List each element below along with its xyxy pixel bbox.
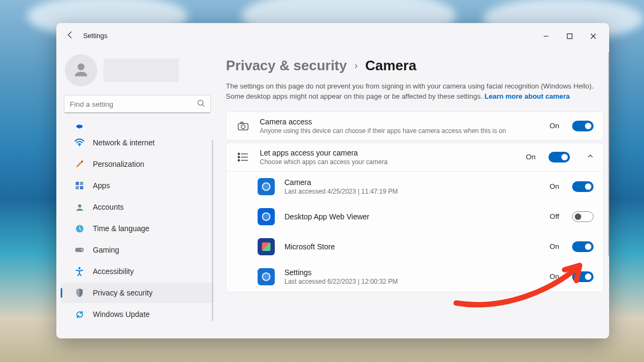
app-icon xyxy=(258,238,275,255)
accounts-icon xyxy=(75,202,84,212)
app-sub: Last accessed 4/25/2023 | 11:47:19 PM xyxy=(284,188,540,195)
page-title: Camera xyxy=(365,57,416,74)
camera-icon xyxy=(236,119,250,133)
svg-point-11 xyxy=(82,250,83,251)
app-icon xyxy=(258,208,275,225)
update-icon xyxy=(75,309,84,319)
sidebar-item-time[interactable]: Time & language xyxy=(61,218,214,239)
toggle-state: On xyxy=(550,122,559,130)
minimize-button[interactable] xyxy=(534,27,558,45)
profile-block[interactable] xyxy=(56,52,218,95)
sidebar-item-personalization[interactable]: Personalization xyxy=(61,154,214,174)
let-apps-toggle[interactable] xyxy=(548,152,570,162)
maximize-button[interactable] xyxy=(558,27,581,45)
breadcrumb-parent[interactable]: Privacy & security xyxy=(226,57,347,74)
svg-point-17 xyxy=(238,156,240,158)
app-row-camera[interactable]: CameraLast accessed 4/25/2023 | 11:47:19… xyxy=(226,172,603,202)
svg-point-12 xyxy=(78,267,80,269)
brush-icon xyxy=(75,159,84,169)
svg-rect-5 xyxy=(76,186,79,189)
gaming-icon xyxy=(75,245,84,255)
svg-rect-4 xyxy=(80,182,83,185)
app-name: Microsoft Store xyxy=(284,242,540,251)
sidebar-item-gaming[interactable]: Gaming xyxy=(61,240,214,260)
app-toggle[interactable] xyxy=(572,211,594,222)
svg-point-2 xyxy=(79,145,80,146)
wifi-icon xyxy=(75,138,84,147)
let-apps-card: Let apps access your camera Choose which… xyxy=(226,143,604,292)
list-icon xyxy=(236,150,250,164)
sidebar-item-update[interactable]: Windows Update xyxy=(61,304,214,324)
app-icon xyxy=(258,178,275,195)
app-name: Camera xyxy=(284,178,540,187)
page-description: The settings on this page do not prevent… xyxy=(226,82,596,102)
svg-point-18 xyxy=(238,159,240,161)
app-row-desktop-app-web-viewer[interactable]: Desktop App Web ViewerOff xyxy=(226,202,603,232)
app-row-settings[interactable]: SettingsLast accessed 6/22/2023 | 12:00:… xyxy=(226,262,603,292)
chevron-right-icon: › xyxy=(354,60,357,71)
app-name: Desktop App Web Viewer xyxy=(284,212,540,221)
bluetooth-icon xyxy=(75,121,84,130)
back-button[interactable] xyxy=(61,31,80,41)
svg-point-1 xyxy=(198,100,203,105)
main-scrollbar[interactable] xyxy=(608,52,609,256)
learn-more-link[interactable]: Learn more about camera xyxy=(485,92,570,100)
nav-label: Personalization xyxy=(93,160,144,168)
svg-rect-6 xyxy=(80,186,83,189)
nav-label: Accessibility xyxy=(93,267,134,276)
svg-point-10 xyxy=(81,249,82,250)
nav-list: Network & internet Personalization Apps xyxy=(56,120,218,326)
breadcrumb: Privacy & security › Camera xyxy=(226,57,604,74)
sidebar-item-privacy[interactable]: Privacy & security xyxy=(61,283,214,303)
sidebar-item-network[interactable]: Network & internet xyxy=(61,132,214,153)
sidebar-item-bluetooth[interactable] xyxy=(61,120,214,131)
shield-icon xyxy=(75,288,84,298)
let-apps-row[interactable]: Let apps access your camera Choose which… xyxy=(226,143,603,171)
close-button[interactable] xyxy=(581,27,605,45)
app-name: Settings xyxy=(284,268,540,277)
camera-access-toggle[interactable] xyxy=(572,121,594,131)
sidebar-scrollbar[interactable] xyxy=(212,140,213,321)
nav-label: Apps xyxy=(93,181,110,190)
row-title: Let apps access your camera xyxy=(260,149,516,157)
nav-label: Windows Update xyxy=(93,310,150,319)
app-icon xyxy=(258,268,275,285)
app-toggle[interactable] xyxy=(572,271,594,282)
sidebar-item-apps[interactable]: Apps xyxy=(61,175,214,196)
profile-name-placeholder xyxy=(104,58,179,82)
svg-rect-0 xyxy=(567,34,572,39)
apps-icon xyxy=(75,181,84,190)
accessibility-icon xyxy=(75,267,84,276)
app-row-microsoft-store[interactable]: Microsoft StoreOn xyxy=(226,232,603,262)
row-subtitle: Choose which apps can access your camera xyxy=(260,158,516,166)
toggle-state: On xyxy=(550,242,559,250)
search-input[interactable] xyxy=(64,95,211,113)
chevron-up-icon[interactable] xyxy=(587,153,594,161)
camera-access-row[interactable]: Camera access Anyone using this device c… xyxy=(226,112,603,140)
nav-label: Privacy & security xyxy=(93,289,152,297)
camera-access-card: Camera access Anyone using this device c… xyxy=(226,112,604,141)
app-toggle[interactable] xyxy=(572,181,594,192)
nav-label: Gaming xyxy=(93,246,119,254)
avatar-icon xyxy=(65,54,97,86)
row-subtitle: Anyone using this device can choose if t… xyxy=(260,127,540,135)
search-field[interactable] xyxy=(70,100,197,108)
search-icon xyxy=(197,99,205,109)
app-toggle[interactable] xyxy=(572,241,594,252)
sidebar: Network & internet Personalization Apps xyxy=(56,49,218,338)
titlebar: Settings xyxy=(56,23,609,49)
toggle-state: Off xyxy=(550,212,559,220)
clock-icon xyxy=(75,224,84,233)
row-title: Camera access xyxy=(260,117,540,126)
nav-label: Time & language xyxy=(93,224,149,233)
main-content: Privacy & security › Camera The settings… xyxy=(218,49,609,338)
toggle-state: On xyxy=(526,153,536,161)
sidebar-item-accessibility[interactable]: Accessibility xyxy=(61,261,214,282)
svg-rect-15 xyxy=(240,122,243,123)
toggle-state: On xyxy=(550,182,559,190)
svg-rect-9 xyxy=(75,248,84,252)
toggle-state: On xyxy=(550,272,559,280)
app-sub: Last accessed 6/22/2023 | 12:00:32 PM xyxy=(284,278,540,285)
sidebar-item-accounts[interactable]: Accounts xyxy=(61,197,214,217)
svg-point-14 xyxy=(241,124,245,128)
